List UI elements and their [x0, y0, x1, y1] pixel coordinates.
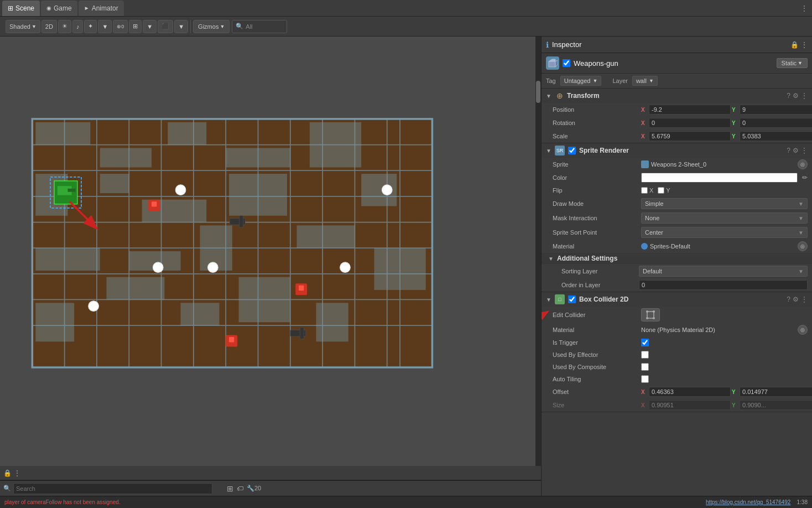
- scale-x-input[interactable]: [649, 131, 731, 141]
- tab-scene[interactable]: ⊞ Scene: [2, 1, 40, 16]
- sr-more-icon[interactable]: ⋮: [801, 147, 808, 154]
- more-options-icon[interactable]: ⋮: [799, 4, 810, 12]
- scene-scrollbar-thumb[interactable]: [536, 81, 540, 103]
- svg-rect-29: [100, 174, 129, 193]
- auto-tiling-row: Auto Tiling: [542, 373, 812, 385]
- flip-y-item: Y: [658, 187, 670, 194]
- flip-x-checkbox[interactable]: [641, 187, 648, 194]
- object-enabled-checkbox[interactable]: [563, 59, 570, 67]
- nav-button[interactable]: ⊕0: [113, 20, 128, 33]
- layers-icon[interactable]: ⊞: [227, 484, 233, 493]
- color-picker[interactable]: [641, 173, 798, 183]
- 2d-button[interactable]: 2D: [41, 20, 57, 33]
- shading-dropdown[interactable]: Shaded ▼: [6, 20, 40, 33]
- draw-mode-dropdown[interactable]: Simple ▼: [641, 198, 808, 209]
- render-dropdown[interactable]: ▼: [174, 20, 188, 33]
- additional-settings-header[interactable]: ▼ Additional Settings: [542, 253, 812, 264]
- used-by-effector-checkbox[interactable]: [641, 351, 649, 359]
- transform-help-icon[interactable]: ?: [787, 92, 790, 100]
- material-picker: Sprites-Default: [641, 243, 795, 250]
- pos-x-field: X: [641, 105, 731, 115]
- gizmos-button[interactable]: Gizmos ▼: [193, 20, 230, 33]
- offset-xy: X Y: [641, 387, 812, 397]
- inspector-content: Weapons-gun Static ▼ Tag Untagged ▼ Laye…: [542, 53, 812, 496]
- scene-scrollbar[interactable]: [535, 37, 541, 466]
- bc-adjust-icon[interactable]: ⚙: [793, 296, 799, 303]
- order-in-layer-input[interactable]: [639, 280, 808, 290]
- tab-animator[interactable]: ► Animator: [79, 1, 124, 16]
- static-arrow: ▼: [798, 60, 803, 66]
- mask-interaction-row: Mask Interaction None ▼: [542, 211, 812, 225]
- edit-collider-button[interactable]: [641, 308, 660, 322]
- more-icon[interactable]: ⋮: [14, 469, 20, 477]
- tab-game[interactable]: ◉ Game: [41, 1, 77, 16]
- used-by-composite-checkbox[interactable]: [641, 363, 649, 371]
- sprite-renderer-checkbox[interactable]: [568, 147, 576, 154]
- box-collider-checkbox[interactable]: [568, 296, 576, 303]
- sprite-renderer-header[interactable]: ▼ SR Sprite Renderer ? ⚙ ⋮: [542, 143, 812, 158]
- sprite-picker: Weapons 2-Sheet_0: [641, 160, 795, 168]
- pos-y-input[interactable]: [740, 105, 812, 115]
- sorting-layer-dropdown[interactable]: Default ▼: [639, 266, 808, 277]
- bottom-search-input[interactable]: [13, 483, 212, 494]
- rot-y-input[interactable]: [740, 118, 812, 128]
- rot-x-input[interactable]: [649, 118, 731, 128]
- offset-y-field: Y: [732, 387, 812, 397]
- lock-icon[interactable]: 🔒: [3, 469, 12, 477]
- tag-arrow: ▼: [592, 78, 597, 84]
- offset-y-input[interactable]: [740, 387, 812, 397]
- svg-rect-56: [300, 328, 304, 339]
- object-icon: [546, 56, 559, 70]
- grid-dropdown[interactable]: ▼: [143, 20, 157, 33]
- size-y-input[interactable]: [740, 400, 812, 410]
- svg-rect-52: [229, 337, 234, 342]
- bc-help-icon[interactable]: ?: [787, 296, 790, 303]
- bc-material-select-button[interactable]: ◎: [798, 325, 808, 335]
- lock-inspector-icon[interactable]: 🔒: [790, 41, 799, 49]
- tab-scene-label: Scene: [15, 4, 34, 12]
- bc-material-label: Material: [553, 326, 641, 333]
- color-eyedropper-icon[interactable]: ✏: [802, 174, 808, 182]
- svg-rect-23: [35, 122, 90, 145]
- scene-main[interactable]: [0, 37, 535, 466]
- search-all-input[interactable]: 🔍 All: [232, 20, 287, 33]
- draw-mode-val: Simple: [645, 200, 664, 207]
- layer-dropdown[interactable]: wall ▼: [632, 76, 658, 86]
- audio-button[interactable]: ♪: [72, 20, 84, 33]
- size-x-input[interactable]: [649, 400, 731, 410]
- render-button[interactable]: ⬛: [158, 20, 173, 33]
- fx-dropdown[interactable]: ▼: [98, 20, 112, 33]
- tag-dropdown[interactable]: Untagged ▼: [560, 76, 602, 86]
- used-by-composite-label: Used By Composite: [553, 364, 641, 370]
- sr-adjust-icon[interactable]: ⚙: [793, 147, 799, 154]
- scale-y-input[interactable]: [740, 131, 812, 141]
- material-label: Material: [553, 243, 641, 250]
- sprite-select-button[interactable]: ◎: [798, 159, 808, 169]
- is-trigger-checkbox[interactable]: [641, 339, 649, 346]
- transform-header[interactable]: ▼ ⊕ Transform ? ⚙ ⋮: [542, 89, 812, 103]
- svg-marker-67: [555, 60, 558, 67]
- mask-interaction-dropdown[interactable]: None ▼: [641, 212, 808, 224]
- fx-button[interactable]: ✦: [84, 20, 97, 33]
- tag-icon[interactable]: 🏷: [237, 485, 243, 493]
- status-url[interactable]: https://blog.csdn.net/qq_51476492: [706, 499, 790, 505]
- grid-button[interactable]: ⊞: [129, 20, 142, 33]
- transform-adjust-icon[interactable]: ⚙: [793, 92, 799, 100]
- game-icon: ◉: [46, 5, 51, 11]
- auto-tiling-checkbox[interactable]: [641, 375, 649, 383]
- pos-x-input[interactable]: [649, 105, 731, 115]
- flip-y-checkbox[interactable]: [658, 187, 664, 194]
- material-select-button[interactable]: ◎: [798, 241, 808, 251]
- sprite-sort-point-dropdown[interactable]: Center ▼: [641, 227, 808, 238]
- light-button[interactable]: ☀: [58, 20, 71, 33]
- inspector-more-icon[interactable]: ⋮: [801, 41, 808, 49]
- mask-interaction-value: None ▼: [641, 212, 808, 224]
- used-by-effector-row: Used By Effector: [542, 349, 812, 361]
- transform-more-icon[interactable]: ⋮: [801, 92, 808, 100]
- offset-x-input[interactable]: [649, 387, 731, 397]
- sprite-renderer-arrow: ▼: [546, 148, 553, 154]
- sr-help-icon[interactable]: ?: [787, 147, 790, 154]
- box-collider-header[interactable]: ▼ □ Box Collider 2D ? ⚙ ⋮: [542, 292, 812, 307]
- static-button[interactable]: Static ▼: [777, 58, 808, 68]
- bc-more-icon[interactable]: ⋮: [801, 296, 808, 303]
